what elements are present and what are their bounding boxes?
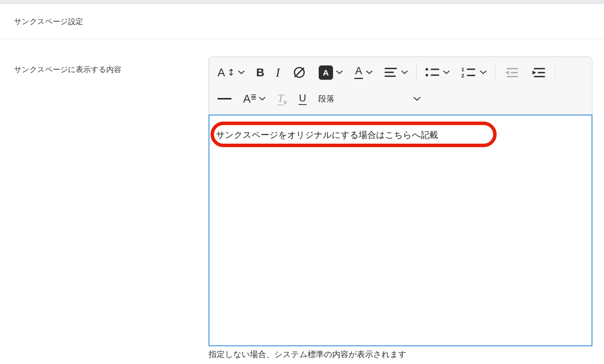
chevron-down-icon bbox=[480, 70, 487, 74]
toolbar-row-2: A T x U 段落 bbox=[217, 86, 584, 112]
chevron-down-icon bbox=[366, 70, 373, 74]
toolbar-separator bbox=[495, 64, 495, 81]
underline-button[interactable]: U bbox=[298, 91, 307, 106]
chevron-down-icon bbox=[413, 97, 421, 101]
helper-text: 指定しない場合、システム標準の内容が表示されます bbox=[209, 349, 406, 360]
link-icon bbox=[292, 65, 307, 80]
clear-formatting-icon: T x bbox=[277, 92, 287, 105]
page-title: サンクスページ設定 bbox=[14, 16, 83, 27]
toolbar-separator bbox=[555, 64, 556, 81]
horizontal-rule-button[interactable] bbox=[217, 96, 232, 101]
font-size-arrows-icon: ↕ bbox=[227, 68, 235, 77]
numbered-list-button[interactable]: 1 2 bbox=[461, 65, 487, 79]
numbered-list-icon: 1 2 bbox=[461, 67, 477, 78]
toolbar-separator bbox=[416, 64, 417, 81]
italic-icon: I bbox=[276, 67, 280, 79]
bold-icon: B bbox=[256, 67, 264, 78]
chevron-down-icon bbox=[238, 70, 245, 74]
chevron-down-icon bbox=[336, 70, 343, 74]
svg-text:2: 2 bbox=[461, 73, 464, 78]
bold-button[interactable]: B bbox=[255, 65, 265, 80]
link-button[interactable] bbox=[291, 63, 308, 82]
top-strip bbox=[0, 0, 604, 4]
editor-content-text[interactable]: サンクスページをオリジナルにする場合はこちらへ記載 bbox=[216, 129, 438, 141]
background-color-icon: A bbox=[319, 65, 333, 80]
editor-toolbar: A ↕ B I A A bbox=[209, 57, 592, 115]
background-color-button[interactable]: A bbox=[318, 64, 343, 81]
horizontal-rule-icon bbox=[217, 98, 231, 100]
outdent-button[interactable] bbox=[503, 65, 520, 79]
toolbar-row-1: A ↕ B I A A bbox=[217, 59, 584, 86]
text-color-icon: A bbox=[354, 66, 363, 79]
bullet-list-button[interactable] bbox=[425, 66, 450, 79]
font-size-button[interactable]: A ↕ bbox=[217, 65, 245, 80]
line-height-icon: A bbox=[243, 93, 256, 105]
font-size-icon: A bbox=[217, 67, 225, 78]
chevron-down-icon bbox=[259, 97, 266, 101]
editor-content-area[interactable]: サンクスページをオリジナルにする場合はこちらへ記載 bbox=[209, 115, 592, 346]
section-header: サンクスページ設定 bbox=[0, 4, 604, 39]
indent-button[interactable] bbox=[530, 65, 547, 79]
indent-icon bbox=[531, 67, 547, 78]
italic-button[interactable]: I bbox=[275, 65, 281, 80]
chevron-down-icon bbox=[401, 70, 408, 74]
align-button[interactable] bbox=[383, 66, 409, 79]
clear-formatting-button[interactable]: T x bbox=[276, 91, 288, 107]
text-color-button[interactable]: A bbox=[354, 64, 373, 81]
bullet-list-icon bbox=[425, 67, 440, 77]
paragraph-format-value: 段落 bbox=[318, 93, 335, 104]
line-height-button[interactable]: A bbox=[242, 92, 266, 106]
outdent-icon bbox=[504, 67, 519, 78]
svg-text:1: 1 bbox=[461, 67, 464, 72]
underline-icon: U bbox=[299, 93, 307, 105]
align-left-icon bbox=[384, 67, 398, 77]
rich-text-editor: A ↕ B I A A bbox=[209, 57, 592, 346]
chevron-down-icon bbox=[443, 70, 450, 74]
field-label: サンクスページに表示する内容 bbox=[14, 64, 121, 75]
paragraph-format-select[interactable]: 段落 bbox=[318, 92, 421, 106]
